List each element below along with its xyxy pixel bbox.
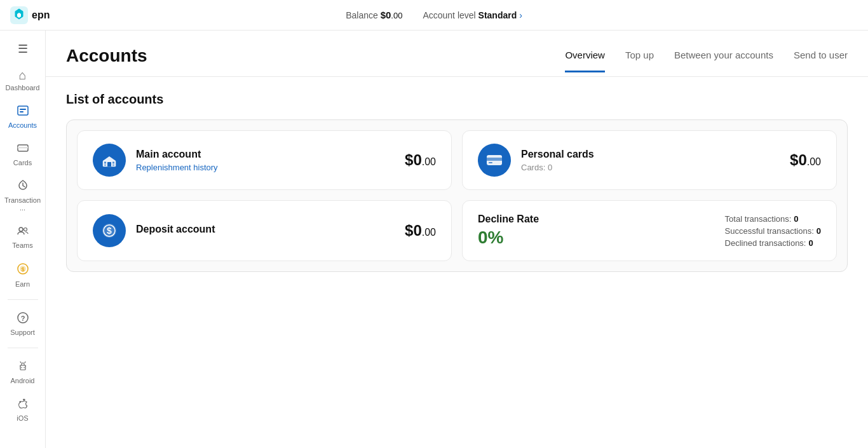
decline-left: Decline Rate 0%	[478, 214, 539, 248]
balance-info: Balance $0.00	[346, 10, 402, 20]
svg-text:$: $	[107, 226, 112, 236]
sidebar-label-accounts: Accounts	[8, 121, 37, 129]
content-area: List of accounts	[46, 77, 868, 287]
account-sub-pc: Cards: 0	[521, 163, 594, 172]
stat-declined-label: Declined transactions:	[725, 238, 806, 248]
account-info-pc: Personal cards Cards: 0	[521, 149, 594, 172]
decline-stats: Total transactions: 0 Successful transac…	[725, 214, 821, 248]
page-title: Accounts	[66, 46, 147, 76]
account-card-main-left: Main account Replenishment history	[93, 144, 218, 177]
android-icon	[17, 360, 29, 374]
account-icon-main	[93, 144, 126, 177]
account-card-deposit: $ Deposit account $0.00	[77, 200, 452, 261]
decline-rate-title: Decline Rate	[478, 214, 539, 225]
svg-point-6	[19, 227, 23, 231]
balance-label: Balance	[346, 10, 378, 20]
account-level-info: Account level Standard ›	[423, 10, 522, 20]
sidebar-item-dashboard[interactable]: ⌂ Dashboard	[0, 62, 45, 98]
accounts-icon	[17, 104, 29, 119]
dashboard-icon: ⌂	[18, 69, 26, 81]
sidebar-item-accounts[interactable]: Accounts	[0, 98, 45, 135]
decline-rate-value: 0%	[478, 227, 539, 248]
stat-declined-value: 0	[808, 238, 813, 248]
sidebar-label-teams: Teams	[12, 241, 32, 249]
stat-total-label: Total transactions:	[725, 214, 792, 224]
decline-rate-card: Decline Rate 0% Total transactions: 0 Su…	[462, 200, 837, 261]
main-layout: ☰ ⌂ Dashboard Accounts Cards	[0, 31, 868, 448]
svg-rect-19	[112, 162, 114, 164]
top-header: epn Balance $0.00 Account level Standard…	[0, 0, 868, 31]
svg-point-7	[24, 228, 27, 231]
svg-rect-1	[18, 106, 28, 115]
sidebar-item-teams[interactable]: Teams	[0, 218, 45, 255]
svg-point-14	[24, 367, 25, 369]
sidebar-divider-2	[8, 348, 38, 348]
stat-successful: Successful transactions: 0	[725, 226, 821, 236]
tab-overview[interactable]: Overview	[565, 50, 605, 72]
account-level-value: Standard	[478, 10, 517, 20]
balance-value: $0.00	[381, 10, 403, 20]
account-sub-main[interactable]: Replenishment history	[136, 163, 218, 172]
sidebar-item-ios[interactable]: iOS	[0, 391, 45, 428]
account-info-deposit: Deposit account	[136, 224, 215, 238]
accounts-grid-outer: Main account Replenishment history $0.00	[66, 119, 848, 272]
stat-successful-label: Successful transactions:	[725, 226, 814, 236]
tabs-container: Overview Top up Between your accounts Se…	[565, 50, 848, 72]
stat-successful-value: 0	[817, 226, 821, 236]
cards-icon	[17, 142, 29, 156]
epn-logo-icon	[10, 6, 28, 24]
earn-icon: $	[16, 262, 30, 278]
account-info-main: Main account Replenishment history	[136, 149, 218, 172]
account-icon-personal-cards	[478, 144, 511, 177]
sidebar-label-transactions: Transaction ...	[3, 196, 43, 212]
sidebar-label-cards: Cards	[13, 159, 32, 166]
tab-sendtouser[interactable]: Send to user	[794, 50, 848, 72]
tab-topup[interactable]: Top up	[625, 50, 654, 72]
hamburger-button[interactable]: ☰	[0, 36, 45, 62]
logo-area: epn	[10, 6, 50, 24]
account-card-main: Main account Replenishment history $0.00	[77, 130, 452, 190]
account-amount-pc: $0.00	[790, 151, 821, 169]
sidebar-label-support: Support	[10, 329, 35, 336]
sidebar-item-transactions[interactable]: Transaction ...	[0, 173, 45, 218]
epn-logo[interactable]: epn	[10, 6, 50, 24]
svg-text:?: ?	[20, 315, 25, 322]
teams-icon	[17, 224, 29, 239]
svg-rect-18	[104, 162, 106, 164]
sidebar-item-support[interactable]: ? Support	[0, 305, 45, 343]
ios-icon	[17, 397, 29, 412]
support-icon: ?	[17, 311, 29, 326]
account-amount-deposit: $0.00	[405, 222, 436, 240]
svg-text:$: $	[21, 266, 24, 273]
svg-rect-3	[20, 111, 24, 112]
accounts-grid: Main account Replenishment history $0.00	[77, 130, 837, 261]
page-header: Accounts Overview Top up Between your ac…	[46, 31, 868, 77]
account-icon-deposit: $	[93, 214, 126, 247]
section-title: List of accounts	[66, 92, 848, 107]
sidebar-label-ios: iOS	[17, 414, 28, 422]
balance-area: Balance $0.00 Account level Standard ›	[346, 10, 522, 20]
svg-point-13	[21, 367, 22, 369]
sidebar-item-cards[interactable]: Cards	[0, 135, 45, 173]
svg-rect-5	[18, 147, 28, 149]
account-name-pc: Personal cards	[521, 149, 594, 160]
sidebar-item-android[interactable]: Android	[0, 353, 45, 391]
account-card-pc-left: Personal cards Cards: 0	[478, 144, 594, 177]
sidebar-divider	[8, 299, 38, 300]
stat-total-value: 0	[794, 214, 798, 224]
transactions-icon	[17, 179, 29, 194]
svg-rect-23	[487, 158, 502, 161]
svg-rect-21	[112, 165, 114, 166]
sidebar-item-earn[interactable]: $ Earn	[0, 255, 45, 294]
stat-declined: Declined transactions: 0	[725, 238, 821, 248]
account-level-chevron[interactable]: ›	[519, 10, 522, 20]
svg-rect-17	[107, 162, 111, 166]
svg-rect-20	[104, 165, 106, 166]
account-card-deposit-left: $ Deposit account	[93, 214, 215, 247]
sidebar-label-android: Android	[11, 377, 35, 384]
sidebar-label-earn: Earn	[15, 280, 30, 288]
tab-between[interactable]: Between your accounts	[674, 50, 773, 72]
stat-total: Total transactions: 0	[725, 214, 821, 224]
account-card-personal-cards: Personal cards Cards: 0 $0.00	[462, 130, 837, 190]
main-content: Accounts Overview Top up Between your ac…	[46, 31, 868, 448]
